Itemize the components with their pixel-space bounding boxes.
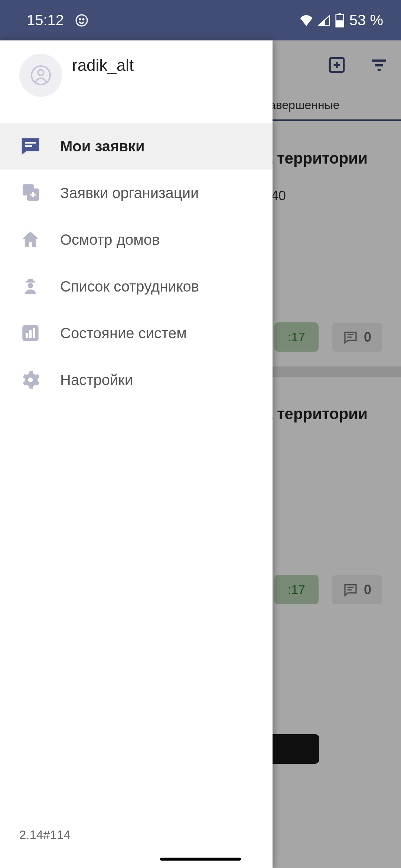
svg-point-30 [28, 378, 33, 382]
signal-icon [318, 15, 330, 26]
drawer-item-label: Осмотр домов [60, 231, 160, 248]
svg-point-2 [83, 19, 84, 20]
navigation-drawer: radik_alt Мои заявки Заявки организации … [0, 40, 273, 868]
nav-handle[interactable] [160, 858, 241, 861]
status-bar: 15:12 53 % [0, 0, 401, 40]
svg-point-17 [38, 70, 44, 75]
drawer-item-label: Список сотрудников [60, 278, 199, 295]
battery-percent: 53 % [349, 12, 383, 29]
gear-icon [19, 369, 42, 391]
drawer-item-my-requests[interactable]: Мои заявки [0, 123, 273, 170]
drawer-item-org-requests[interactable]: Заявки организации [0, 170, 273, 216]
status-right: 53 % [300, 12, 383, 29]
svg-rect-4 [338, 13, 341, 14]
svg-point-25 [28, 283, 33, 289]
drawer-header[interactable]: radik_alt [0, 40, 273, 123]
svg-rect-27 [26, 333, 28, 338]
drawer-item-system-status[interactable]: Состояние систем [0, 310, 273, 356]
svg-rect-24 [26, 281, 35, 282]
svg-point-0 [76, 15, 87, 26]
drawer-item-settings[interactable]: Настройки [0, 356, 273, 403]
svg-rect-29 [33, 328, 36, 338]
chart-icon [19, 322, 42, 344]
drawer-item-label: Мои заявки [60, 138, 145, 155]
drawer-item-label: Состояние систем [60, 325, 187, 342]
svg-rect-5 [336, 20, 344, 27]
drawer-item-employees[interactable]: Список сотрудников [0, 263, 273, 310]
drawer-item-house-inspection[interactable]: Осмотр домов [0, 216, 273, 263]
username: radik_alt [72, 54, 134, 75]
status-left: 15:12 [27, 12, 88, 29]
copy-plus-icon [19, 182, 42, 204]
svg-rect-19 [25, 145, 32, 147]
home-icon [19, 228, 42, 251]
drawer-item-label: Настройки [60, 372, 133, 388]
drawer-item-label: Заявки организации [60, 185, 199, 201]
svg-rect-18 [25, 142, 36, 144]
battery-icon [335, 13, 344, 27]
chat-icon [19, 135, 42, 157]
avatar [19, 54, 62, 97]
svg-point-1 [79, 19, 81, 20]
drawer-list: Мои заявки Заявки организации Осмотр дом… [0, 123, 273, 817]
status-time: 15:12 [27, 12, 64, 29]
face-icon [75, 14, 88, 27]
wifi-icon [300, 15, 313, 26]
svg-rect-28 [29, 330, 32, 338]
worker-icon [19, 275, 42, 297]
